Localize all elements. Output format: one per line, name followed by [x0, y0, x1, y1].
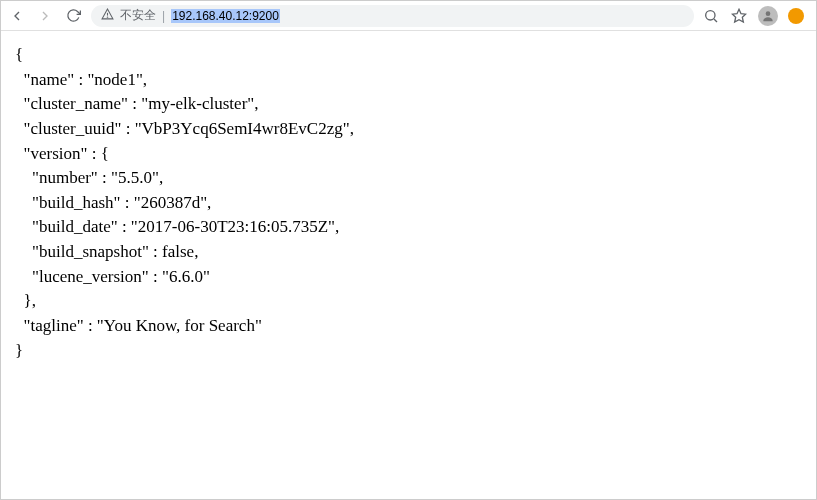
- bookmark-star-icon[interactable]: [730, 7, 748, 25]
- warning-icon: [101, 8, 114, 24]
- svg-line-3: [714, 19, 717, 22]
- json-lucene-version: 6.6.0: [169, 267, 203, 286]
- zoom-icon[interactable]: [702, 7, 720, 25]
- response-body: { "name" : "node1", "cluster_name" : "my…: [1, 31, 816, 375]
- json-cluster-name: my-elk-cluster: [148, 94, 247, 113]
- svg-marker-4: [732, 9, 745, 22]
- json-build-snapshot: false: [162, 242, 194, 261]
- toolbar-right: [702, 6, 810, 26]
- browser-toolbar: 不安全 | 192.168.40.12:9200: [1, 1, 816, 31]
- notification-badge[interactable]: [788, 8, 804, 24]
- address-bar[interactable]: 不安全 | 192.168.40.12:9200: [91, 5, 694, 27]
- json-build-hash: 260387d: [141, 193, 201, 212]
- json-tagline: You Know, for Search: [104, 316, 255, 335]
- reload-button[interactable]: [63, 6, 83, 26]
- url-text: 192.168.40.12:9200: [171, 9, 280, 23]
- json-cluster-uuid: VbP3Ycq6SemI4wr8EvC2zg: [142, 119, 343, 138]
- divider: |: [162, 9, 165, 23]
- json-name: node1: [94, 70, 136, 89]
- security-label: 不安全: [120, 7, 156, 24]
- svg-point-5: [766, 11, 771, 16]
- profile-avatar[interactable]: [758, 6, 778, 26]
- json-build-date: 2017-06-30T23:16:05.735Z: [138, 217, 328, 236]
- json-version-number: 5.5.0: [118, 168, 152, 187]
- svg-point-2: [706, 10, 715, 19]
- svg-point-1: [107, 16, 108, 17]
- forward-button[interactable]: [35, 6, 55, 26]
- back-button[interactable]: [7, 6, 27, 26]
